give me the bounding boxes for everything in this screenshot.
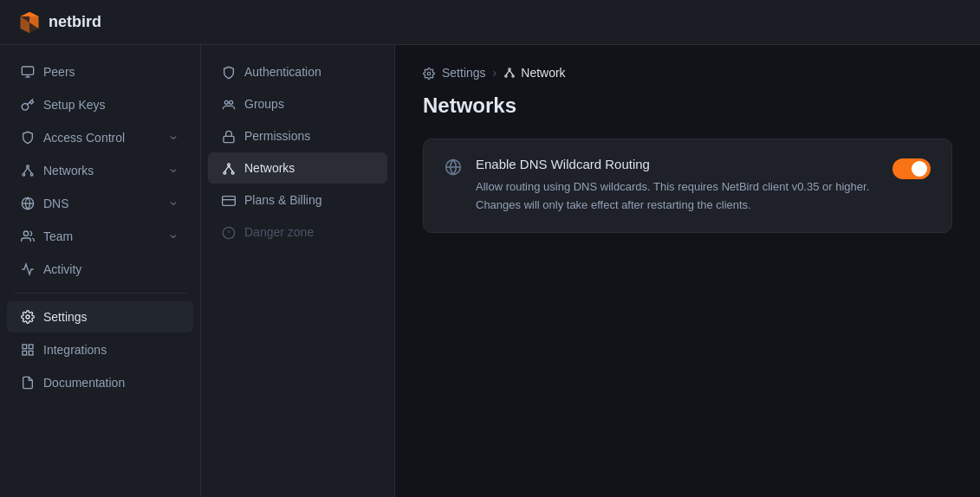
alert-circle-icon <box>222 225 236 239</box>
toggle-card-content: Enable DNS Wildcard Routing Allow routin… <box>476 157 879 215</box>
users-icon <box>21 229 35 243</box>
sidebar-item-documentation[interactable]: Documentation <box>7 367 193 398</box>
svg-point-23 <box>228 164 230 166</box>
breadcrumb-settings-icon <box>423 66 435 80</box>
sidebar-item-activity-label: Activity <box>43 262 179 276</box>
svg-rect-17 <box>29 345 33 349</box>
sidebar-item-team-label: Team <box>43 229 159 243</box>
network-mid-icon <box>222 161 236 175</box>
sidebar-item-setup-keys[interactable]: Setup Keys <box>7 89 193 120</box>
breadcrumb-settings-label: Settings <box>442 66 486 80</box>
svg-rect-28 <box>223 197 236 206</box>
logo-text: netbird <box>49 13 101 31</box>
key-icon <box>21 98 35 112</box>
sidebar-item-settings[interactable]: Settings <box>7 301 193 332</box>
sidebar-item-team[interactable]: Team <box>7 221 193 252</box>
sidebar-divider <box>14 293 186 294</box>
sidebar-item-access-control-label: Access Control <box>43 131 159 145</box>
monitor-icon <box>21 65 35 79</box>
file-icon <box>21 376 35 390</box>
settings-item-danger-zone-label: Danger zone <box>244 225 314 239</box>
svg-point-34 <box>509 68 510 70</box>
settings-item-authentication-label: Authentication <box>244 65 321 79</box>
sidebar-item-networks-label: Networks <box>43 164 159 178</box>
svg-point-21 <box>230 101 233 105</box>
sidebar-item-activity[interactable]: Activity <box>7 254 193 285</box>
settings-item-groups-label: Groups <box>244 97 284 111</box>
sidebar-item-dns-label: DNS <box>43 197 159 210</box>
svg-line-11 <box>28 168 32 174</box>
sidebar-item-peers-label: Peers <box>43 65 179 79</box>
settings-item-groups[interactable]: Groups <box>208 88 387 119</box>
toggle-card-description: Allow routing using DNS wildcards. This … <box>476 178 879 215</box>
sidebar-middle: Authentication Groups Permissions <box>201 45 395 497</box>
chevron-down-icon-networks <box>167 165 179 177</box>
svg-point-8 <box>23 173 25 176</box>
svg-rect-22 <box>224 137 234 143</box>
svg-rect-18 <box>29 351 33 355</box>
svg-rect-19 <box>23 351 27 355</box>
settings-item-plans-billing-label: Plans & Billing <box>244 193 322 207</box>
svg-point-7 <box>27 165 29 168</box>
chevron-down-icon-team <box>167 230 179 242</box>
toggle-slider <box>892 158 931 179</box>
logo: netbird <box>17 10 101 35</box>
netbird-logo-icon <box>17 10 42 35</box>
gear-icon <box>21 310 35 324</box>
sidebar-item-integrations[interactable]: Integrations <box>7 334 193 365</box>
sidebar-item-networks[interactable]: Networks <box>7 155 193 186</box>
globe-icon <box>21 197 35 210</box>
network-icon <box>21 164 35 178</box>
settings-item-permissions[interactable]: Permissions <box>208 120 387 152</box>
settings-item-danger-zone: Danger zone <box>208 216 387 248</box>
svg-point-15 <box>26 315 29 319</box>
svg-rect-4 <box>22 67 33 74</box>
svg-point-14 <box>23 231 28 236</box>
settings-item-authentication[interactable]: Authentication <box>208 56 387 87</box>
svg-line-27 <box>229 166 233 172</box>
svg-point-9 <box>30 173 33 176</box>
sidebar-item-dns[interactable]: DNS <box>7 188 193 219</box>
sidebar-item-setup-keys-label: Setup Keys <box>43 98 179 112</box>
main-layout: Peers Setup Keys Access Control <box>0 45 980 497</box>
sidebar-item-settings-label: Settings <box>43 310 179 324</box>
breadcrumb: Settings › Network <box>423 66 952 80</box>
svg-line-10 <box>23 168 28 174</box>
svg-rect-16 <box>23 345 27 349</box>
chevron-down-icon <box>167 132 179 144</box>
svg-point-24 <box>224 172 226 175</box>
dns-wildcard-toggle[interactable] <box>892 158 931 179</box>
page-title: Networks <box>423 94 952 118</box>
svg-line-26 <box>224 166 229 172</box>
sidebar-item-integrations-label: Integrations <box>43 343 179 357</box>
svg-point-25 <box>231 172 234 175</box>
svg-point-35 <box>505 75 507 77</box>
credit-card-icon <box>222 193 236 207</box>
content-area: Settings › Network Networks Enable DN <box>395 45 980 497</box>
chevron-down-icon-dns <box>167 197 179 210</box>
lock-icon <box>222 129 236 143</box>
groups-icon <box>222 97 236 111</box>
breadcrumb-network-label: Network <box>521 66 565 80</box>
svg-point-20 <box>224 101 228 105</box>
svg-point-33 <box>427 73 431 76</box>
breadcrumb-separator: › <box>493 66 497 80</box>
grid-icon <box>21 343 35 357</box>
sidebar-item-peers[interactable]: Peers <box>7 56 193 87</box>
dns-wildcard-card: Enable DNS Wildcard Routing Allow routin… <box>423 139 952 233</box>
breadcrumb-network: Network <box>503 66 565 80</box>
settings-item-plans-billing[interactable]: Plans & Billing <box>208 184 387 216</box>
settings-item-permissions-label: Permissions <box>244 129 310 143</box>
svg-point-36 <box>512 75 514 77</box>
settings-item-networks-label: Networks <box>244 161 295 175</box>
activity-icon <box>21 262 35 276</box>
shield-lock-icon <box>222 65 236 79</box>
svg-line-38 <box>509 70 513 75</box>
topbar: netbird <box>0 0 980 45</box>
sidebar-item-access-control[interactable]: Access Control <box>7 122 193 153</box>
globe-card-icon <box>445 158 462 176</box>
shield-icon <box>21 131 35 145</box>
settings-item-networks[interactable]: Networks <box>208 152 387 184</box>
sidebar-left: Peers Setup Keys Access Control <box>0 45 201 497</box>
svg-line-37 <box>506 70 509 75</box>
